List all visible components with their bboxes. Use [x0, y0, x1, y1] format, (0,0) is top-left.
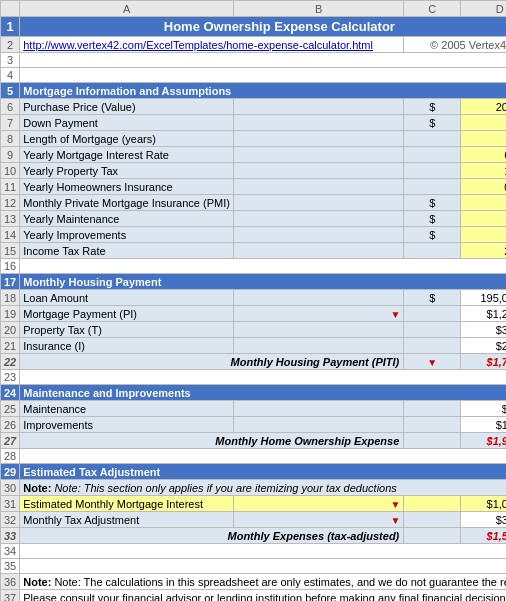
value-insurance-monthly: $216.67	[461, 338, 506, 354]
dollar-6: $	[404, 99, 461, 115]
label-maintenance: Yearly Maintenance	[20, 211, 234, 227]
row-num-10: 10	[1, 163, 20, 179]
row-num-21: 21	[1, 338, 20, 354]
housing-header-row: 17 Monthly Housing Payment	[1, 274, 507, 290]
dollar-19	[404, 306, 461, 322]
row-num-32: 32	[1, 512, 20, 528]
mortgage-row-14: 14 Yearly Improvements $ 1,300	[1, 227, 507, 243]
dollar-11	[404, 179, 461, 195]
row12-empty	[233, 195, 403, 211]
value-homeowners-insurance[interactable]: 0.40%	[461, 179, 506, 195]
dollar-15	[404, 243, 461, 259]
mortgage-row-7: 7 Down Payment $ 5,000	[1, 115, 507, 131]
row-num-29: 29	[1, 464, 20, 480]
row27-empty	[404, 433, 461, 449]
dollar-8	[404, 131, 461, 147]
row-num-37: 37	[1, 590, 20, 602]
footer-row-37: 37 Please consult your financial advisor…	[1, 590, 507, 602]
row-num-22: 22	[1, 354, 20, 370]
footer-row-36: 36 Note: Note: The calculations in this …	[1, 574, 507, 590]
row-num-26: 26	[1, 417, 20, 433]
row18-empty	[233, 290, 403, 306]
mortgage-row-10: 10 Yearly Property Tax 1.80%	[1, 163, 507, 179]
label-down-payment: Down Payment	[20, 115, 234, 131]
row-num-34: 34	[1, 544, 20, 559]
value-improvements[interactable]: 1,300	[461, 227, 506, 243]
row25-empty	[233, 401, 403, 417]
row7-empty	[233, 115, 403, 131]
row9-empty	[233, 147, 403, 163]
row-num-31: 31	[1, 496, 20, 512]
label-purchase-price: Purchase Price (Value)	[20, 99, 234, 115]
row-num-6: 6	[1, 99, 20, 115]
dollar-20	[404, 322, 461, 338]
col-header-a: A	[20, 1, 234, 17]
housing-total-row: 22 Monthly Housing Payment (PITI) ▼ $1,7…	[1, 354, 507, 370]
row11-empty	[233, 179, 403, 195]
row-num-9: 9	[1, 147, 20, 163]
label-loan-amount: Loan Amount	[20, 290, 234, 306]
link-cell[interactable]: http://www.vertex42.com/ExcelTemplates/h…	[20, 37, 404, 53]
value-property-tax[interactable]: 1.80%	[461, 163, 506, 179]
row-num-16: 16	[1, 259, 20, 274]
housing-total-value: $1,749.20	[461, 354, 506, 370]
mortgage-row-11: 11 Yearly Homeowners Insurance 0.40%	[1, 179, 507, 195]
mortgage-row-13: 13 Yearly Maintenance $ 700	[1, 211, 507, 227]
arrow-22: ▼	[404, 354, 461, 370]
col-header-d: D	[461, 1, 506, 17]
row20-empty	[233, 322, 403, 338]
note-text: Note: This section only applies if you a…	[54, 482, 396, 494]
footer-note-bold: Note:	[23, 576, 54, 588]
row-34: 34	[1, 544, 507, 559]
tax-row-32: 32 Monthly Tax Adjustment ▼ $337.86	[1, 512, 507, 528]
label-pmi: Monthly Private Mortgage Insurance (PMI)	[20, 195, 234, 211]
row6-empty	[233, 99, 403, 115]
label-tax-rate: Income Tax Rate	[20, 243, 234, 259]
row-28: 28	[1, 449, 507, 464]
value-purchase-price[interactable]: 200,000	[461, 99, 506, 115]
row-num-14: 14	[1, 227, 20, 243]
dollar-13: $	[404, 211, 461, 227]
tax-header: Estimated Tax Adjustment	[20, 464, 506, 480]
maintenance-total-row: 27 Monthly Home Ownership Expense $1,915…	[1, 433, 507, 449]
row-23: 23	[1, 370, 507, 385]
row-num-13: 13	[1, 211, 20, 227]
col-header-c: C	[404, 1, 461, 17]
value-property-tax-monthly: $300.00	[461, 322, 506, 338]
corner-cell	[1, 1, 20, 17]
row-num-25: 25	[1, 401, 20, 417]
housing-row-19: 19 Mortgage Payment (PI) ▼ $1,232.53	[1, 306, 507, 322]
value-length[interactable]: 30	[461, 131, 506, 147]
value-loan-amount: 195,000.00	[461, 290, 506, 306]
row13-empty	[233, 211, 403, 227]
housing-row-21: 21 Insurance (I) $216.67	[1, 338, 507, 354]
value-pmi[interactable]: 150	[461, 195, 506, 211]
row-num-36: 36	[1, 574, 20, 590]
row14-empty	[233, 227, 403, 243]
housing-header: Monthly Housing Payment	[20, 274, 506, 290]
value-maintenance[interactable]: 700	[461, 211, 506, 227]
row26-empty	[233, 417, 403, 433]
copyright-cell: © 2005 Vertex42 LLC	[404, 37, 506, 53]
tax-note: Note: Note: This section only applies if…	[20, 480, 506, 496]
value-tax-adjustment: $337.86	[461, 512, 506, 528]
value-tax-rate[interactable]: 25.0%	[461, 243, 506, 259]
dollar-26	[404, 417, 461, 433]
label-homeowners-insurance: Yearly Homeowners Insurance	[20, 179, 234, 195]
label-interest-rate: Yearly Mortgage Interest Rate	[20, 147, 234, 163]
label-improvements: Yearly Improvements	[20, 227, 234, 243]
value-interest-rate[interactable]: 6.50%	[461, 147, 506, 163]
footer-note-2: Please consult your financial advisor or…	[20, 590, 506, 602]
label-insurance-monthly: Insurance (I)	[20, 338, 234, 354]
row-num-5: 5	[1, 83, 20, 99]
label-tax-adjustment: Monthly Tax Adjustment	[20, 512, 234, 528]
spreadsheet: A B C D 1 Home Ownership Expense Calcula…	[0, 0, 506, 601]
row-num-24: 24	[1, 385, 20, 401]
row10-empty	[233, 163, 403, 179]
mortgage-header: Mortgage Information and Assumptions	[20, 83, 506, 99]
value-mortgage-interest: $1,051.42	[461, 496, 506, 512]
arrow-19: ▼	[233, 306, 403, 322]
row8-empty	[233, 131, 403, 147]
row-num-20: 20	[1, 322, 20, 338]
value-down-payment[interactable]: 5,000	[461, 115, 506, 131]
